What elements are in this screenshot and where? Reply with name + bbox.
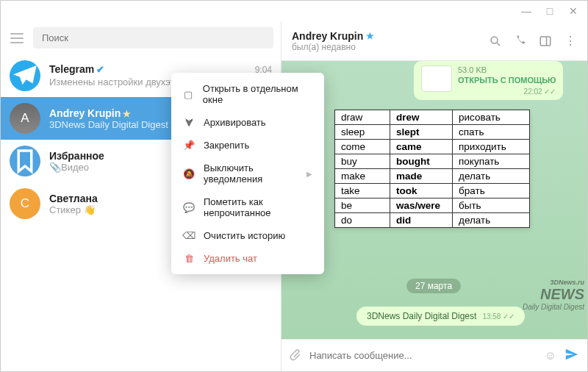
table-row: bewas/wereбыть (335, 198, 530, 213)
header-name: Andrey Krupin★ (292, 30, 477, 42)
svg-rect-2 (540, 37, 551, 46)
file-thumbnail (421, 65, 452, 92)
search-row (1, 21, 281, 54)
header-status: был(а) недавно (292, 42, 477, 52)
date-separator: 27 марта (406, 279, 461, 293)
avatar: С (10, 188, 40, 219)
mute-icon: 🔕 (183, 168, 195, 179)
open-with-button[interactable]: ОТКРЫТЬ С ПОМОЩЬЮ (458, 76, 556, 85)
bookmark-icon (10, 146, 40, 176)
table-row: dodidделать (335, 213, 530, 228)
maximize-icon[interactable]: □ (545, 5, 555, 17)
star-icon: ★ (123, 109, 131, 119)
message-input[interactable] (309, 350, 537, 361)
menu-open-window[interactable]: ▢Открыть в отдельном окне (171, 77, 324, 111)
file-size: 53.0 KB (458, 65, 556, 74)
msg-time: 13:58 ✓✓ (482, 312, 514, 321)
chat-name: Избранное (49, 150, 104, 162)
verified-icon: ✔ (96, 64, 104, 75)
attach-icon[interactable] (289, 348, 302, 364)
app-window: — □ ✕ Telegram✔ 9:04 (0, 0, 588, 372)
emoji-icon[interactable]: ☺ (545, 349, 556, 362)
titlebar: — □ ✕ (1, 1, 587, 21)
menu-unread[interactable]: 💬Пометить как непрочитанное (171, 190, 324, 224)
chat-name: Telegram✔ (49, 63, 104, 75)
menu-delete[interactable]: 🗑Удалить чат (171, 247, 324, 270)
search-icon[interactable] (489, 35, 502, 48)
table-row: buyboughtпокупать (335, 154, 530, 169)
menu-mute[interactable]: 🔕Выключить уведомления▶ (171, 157, 324, 190)
trash-icon: 🗑 (183, 253, 195, 264)
call-icon[interactable] (514, 35, 527, 48)
avatar: A (10, 103, 40, 134)
sidepanel-icon[interactable] (539, 35, 552, 48)
file-bubble[interactable]: 53.0 KB ОТКРЫТЬ С ПОМОЩЬЮ 22:02 ✓✓ (414, 61, 563, 100)
composer: ☺ (282, 339, 587, 371)
context-menu: ▢Открыть в отдельном окне ⮟Архивировать … (171, 73, 324, 274)
window-icon: ▢ (183, 89, 194, 100)
star-icon: ★ (366, 31, 374, 41)
search-input[interactable] (33, 27, 273, 49)
chat-icon: 💬 (183, 202, 195, 213)
avatar (10, 60, 40, 91)
chevron-right-icon: ▶ (306, 170, 312, 178)
table-row: makemadeделать (335, 169, 530, 184)
chat-name: Andrey Krupin★ (49, 107, 131, 119)
close-icon[interactable]: ✕ (568, 5, 578, 17)
send-icon[interactable] (564, 346, 580, 365)
table-row: drawdrewрисовать (335, 110, 530, 125)
table-row: sleepsleptспать (335, 125, 530, 140)
pin-icon: 📌 (183, 140, 195, 151)
chat-name: Светлана (49, 193, 98, 204)
message-bubble[interactable]: 3DNews Daily Digital Digest 13:58 ✓✓ (356, 307, 525, 326)
msg-time: 22:02 ✓✓ (458, 87, 556, 96)
menu-archive[interactable]: ⮟Архивировать (171, 111, 324, 134)
table-row: comecameприходить (335, 140, 530, 154)
minimize-icon[interactable]: — (521, 5, 531, 17)
table-bubble: drawdrewрисоватьsleepsleptспатьcomecameп… (334, 110, 530, 228)
menu-clear[interactable]: ⌫Очистить историю (171, 224, 324, 247)
more-icon[interactable]: ⋮ (564, 35, 577, 48)
chat-messages: 53.0 KB ОТКРЫТЬ С ПОМОЩЬЮ 22:02 ✓✓ drawd… (282, 61, 587, 339)
table-row: taketookбрать (335, 184, 530, 198)
hamburger-icon[interactable] (8, 33, 26, 43)
chat-header: Andrey Krupin★ был(а) недавно ⋮ (282, 21, 587, 61)
svg-point-0 (491, 37, 498, 43)
menu-pin[interactable]: 📌Закрепить (171, 134, 324, 157)
svg-line-1 (497, 43, 500, 46)
broom-icon: ⌫ (183, 230, 195, 241)
archive-icon: ⮟ (183, 117, 195, 128)
verbs-table: drawdrewрисоватьsleepsleptспатьcomecameп… (334, 110, 530, 228)
chat-pane: Andrey Krupin★ был(а) недавно ⋮ 53.0 KB … (282, 21, 587, 371)
watermark: 3DNews.ru NEWS Daily Digital Digest (523, 279, 584, 311)
